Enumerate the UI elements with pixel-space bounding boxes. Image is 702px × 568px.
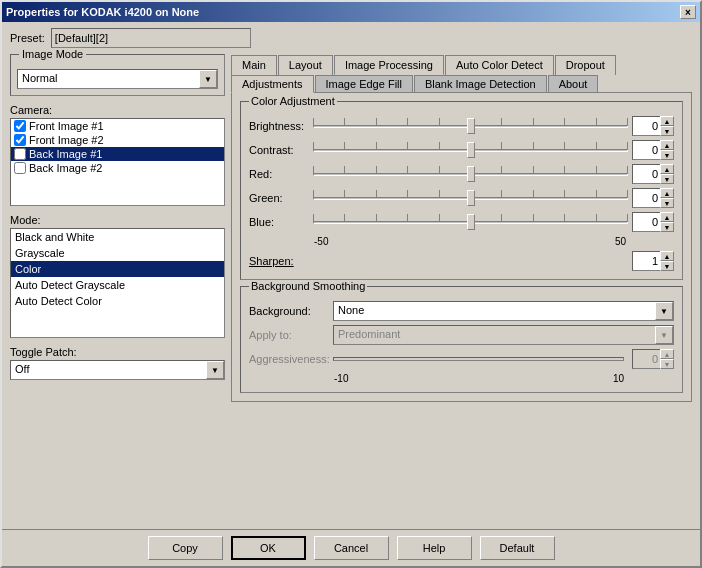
camera-item-2[interactable]: Back Image #1 xyxy=(11,147,224,161)
green-up[interactable]: ▲ xyxy=(660,188,674,198)
preset-input[interactable] xyxy=(51,28,251,48)
camera-label-2: Back Image #1 xyxy=(29,148,102,160)
apply-to-dropdown: Predominant ▼ xyxy=(333,325,674,345)
red-slider[interactable] xyxy=(313,164,628,184)
apply-to-label: Apply to: xyxy=(249,329,329,341)
sub-tabs-row: Adjustments Image Edge Fill Blank Image … xyxy=(231,74,692,92)
toggle-patch-label: Toggle Patch: xyxy=(10,346,225,358)
brightness-row: Brightness: xyxy=(249,116,674,136)
subtab-adjustments[interactable]: Adjustments xyxy=(231,75,314,93)
subtab-edge-fill[interactable]: Image Edge Fill xyxy=(315,75,413,93)
image-mode-group: Image Mode Normal ▼ xyxy=(10,54,225,96)
tab-dropout[interactable]: Dropout xyxy=(555,55,616,75)
brightness-spinbox[interactable]: ▲ ▼ xyxy=(632,116,674,136)
preset-label: Preset: xyxy=(10,32,45,44)
subtab-about[interactable]: About xyxy=(548,75,599,93)
ag-scale-min: -10 xyxy=(334,373,348,384)
blue-up[interactable]: ▲ xyxy=(660,212,674,222)
toggle-patch-dropdown-btn[interactable]: ▼ xyxy=(206,361,224,379)
green-thumb[interactable] xyxy=(467,190,475,206)
help-button[interactable]: Help xyxy=(397,536,472,560)
blue-down[interactable]: ▼ xyxy=(660,222,674,232)
sharpen-spinbox[interactable]: ▲ ▼ xyxy=(632,251,674,271)
brightness-down[interactable]: ▼ xyxy=(660,126,674,136)
contrast-down[interactable]: ▼ xyxy=(660,150,674,160)
right-panel: Main Layout Image Processing Auto Color … xyxy=(231,54,692,521)
mode-item-3[interactable]: Auto Detect Grayscale xyxy=(11,277,224,293)
green-spinbox[interactable]: ▲ ▼ xyxy=(632,188,674,208)
contrast-value[interactable] xyxy=(632,140,660,160)
red-value[interactable] xyxy=(632,164,660,184)
cancel-button[interactable]: Cancel xyxy=(314,536,389,560)
brightness-up[interactable]: ▲ xyxy=(660,116,674,126)
red-spinbox[interactable]: ▲ ▼ xyxy=(632,164,674,184)
close-button[interactable]: × xyxy=(680,5,696,19)
preset-row: Preset: xyxy=(10,28,692,48)
image-mode-dropdown[interactable]: Normal ▼ xyxy=(17,69,218,89)
tab-auto-color-detect[interactable]: Auto Color Detect xyxy=(445,55,554,75)
background-row: Background: None ▼ xyxy=(249,301,674,321)
brightness-thumb[interactable] xyxy=(467,118,475,134)
mode-label: Mode: xyxy=(10,214,225,226)
blue-slider[interactable] xyxy=(313,212,628,232)
red-up[interactable]: ▲ xyxy=(660,164,674,174)
sharpen-down[interactable]: ▼ xyxy=(660,261,674,271)
brightness-value[interactable] xyxy=(632,116,660,136)
blue-value[interactable] xyxy=(632,212,660,232)
contrast-up[interactable]: ▲ xyxy=(660,140,674,150)
subtab-blank-image[interactable]: Blank Image Detection xyxy=(414,75,547,93)
toggle-patch-dropdown[interactable]: Off ▼ xyxy=(10,360,225,380)
image-mode-title: Image Mode xyxy=(19,48,86,60)
scale-min: -50 xyxy=(314,236,328,247)
camera-check-2[interactable] xyxy=(14,148,26,160)
mode-section: Mode: Black and White Grayscale Color Au… xyxy=(10,214,225,338)
apply-to-value: Predominant xyxy=(334,326,655,344)
camera-list: Front Image #1 Front Image #2 Back Image… xyxy=(10,118,225,206)
sharpen-value[interactable] xyxy=(632,251,660,271)
camera-section: Camera: Front Image #1 Front Image #2 xyxy=(10,104,225,206)
ag-scale-max: 10 xyxy=(613,373,624,384)
aggressiveness-label: Aggressiveness: xyxy=(249,353,329,365)
sharpen-label: Sharpen: xyxy=(249,255,294,267)
mode-item-1[interactable]: Grayscale xyxy=(11,245,224,261)
image-mode-dropdown-btn[interactable]: ▼ xyxy=(199,70,217,88)
sharpen-up[interactable]: ▲ xyxy=(660,251,674,261)
camera-item-0[interactable]: Front Image #1 xyxy=(11,119,224,133)
blue-row: Blue: xyxy=(249,212,674,232)
background-dropdown-btn[interactable]: ▼ xyxy=(655,302,673,320)
tab-image-processing[interactable]: Image Processing xyxy=(334,55,444,75)
ok-button[interactable]: OK xyxy=(231,536,306,560)
contrast-slider[interactable] xyxy=(313,140,628,160)
blue-thumb[interactable] xyxy=(467,214,475,230)
camera-item-1[interactable]: Front Image #2 xyxy=(11,133,224,147)
aggressiveness-up: ▲ xyxy=(660,349,674,359)
apply-to-dropdown-btn: ▼ xyxy=(655,326,673,344)
blue-label: Blue: xyxy=(249,216,309,228)
camera-check-1[interactable] xyxy=(14,134,26,146)
tab-layout[interactable]: Layout xyxy=(278,55,333,75)
red-down[interactable]: ▼ xyxy=(660,174,674,184)
camera-check-0[interactable] xyxy=(14,120,26,132)
camera-item-3[interactable]: Back Image #2 xyxy=(11,161,224,175)
image-mode-value: Normal xyxy=(18,70,199,88)
contrast-thumb[interactable] xyxy=(467,142,475,158)
green-value[interactable] xyxy=(632,188,660,208)
green-down[interactable]: ▼ xyxy=(660,198,674,208)
copy-button[interactable]: Copy xyxy=(148,536,223,560)
background-label: Background: xyxy=(249,305,329,317)
mode-item-4[interactable]: Auto Detect Color xyxy=(11,293,224,309)
blue-spinbox[interactable]: ▲ ▼ xyxy=(632,212,674,232)
aggressiveness-row: Aggressiveness: ▲ ▼ xyxy=(249,349,674,369)
background-value: None xyxy=(334,302,655,320)
contrast-spinbox[interactable]: ▲ ▼ xyxy=(632,140,674,160)
mode-item-0[interactable]: Black and White xyxy=(11,229,224,245)
tab-main[interactable]: Main xyxy=(231,55,277,75)
background-dropdown[interactable]: None ▼ xyxy=(333,301,674,321)
mode-item-2[interactable]: Color xyxy=(11,261,224,277)
default-button[interactable]: Default xyxy=(480,536,555,560)
brightness-slider[interactable] xyxy=(313,116,628,136)
red-thumb[interactable] xyxy=(467,166,475,182)
green-slider[interactable] xyxy=(313,188,628,208)
camera-check-3[interactable] xyxy=(14,162,26,174)
scale-max: 50 xyxy=(615,236,626,247)
